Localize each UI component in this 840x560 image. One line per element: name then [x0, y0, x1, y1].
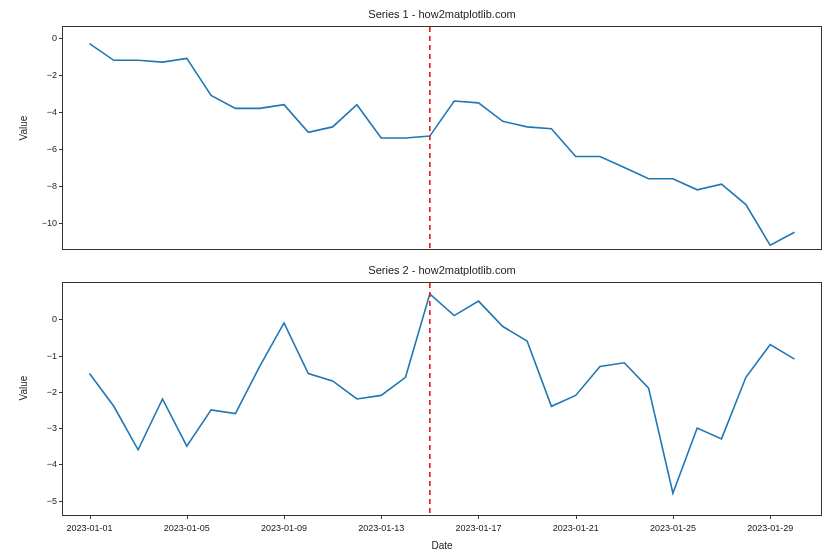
y-tick-label: −2 [47, 387, 57, 397]
y-tick-label: −6 [47, 144, 57, 154]
x-tick-label: 2023-01-13 [358, 523, 404, 533]
chart1-ylabel: Value [18, 127, 29, 141]
y-tick-label: −1 [47, 351, 57, 361]
chart2-ylabel: Value [18, 387, 29, 401]
x-axis-label: Date [62, 540, 822, 551]
figure: Series 1 - how2matplotlib.com Value 0−2−… [0, 0, 840, 560]
y-tick-label: −4 [47, 459, 57, 469]
x-tick-label: 2023-01-21 [553, 523, 599, 533]
x-tick-label: 2023-01-01 [66, 523, 112, 533]
chart1-title: Series 1 - how2matplotlib.com [62, 8, 822, 20]
chart2-axes: 0−1−2−3−4−52023-01-012023-01-052023-01-0… [62, 282, 822, 516]
y-tick-label: −4 [47, 107, 57, 117]
x-tick-label: 2023-01-09 [261, 523, 307, 533]
y-tick-label: 0 [52, 314, 57, 324]
chart1-axes: 0−2−4−6−8−10 [62, 26, 822, 250]
y-tick-label: −10 [42, 218, 57, 228]
x-tick-label: 2023-01-17 [455, 523, 501, 533]
chart2-title: Series 2 - how2matplotlib.com [62, 264, 822, 276]
y-tick-label: −3 [47, 423, 57, 433]
y-tick-label: −8 [47, 181, 57, 191]
y-tick-label: −5 [47, 496, 57, 506]
y-tick-label: 0 [52, 33, 57, 43]
x-tick-label: 2023-01-05 [164, 523, 210, 533]
y-tick-label: −2 [47, 70, 57, 80]
x-tick-label: 2023-01-25 [650, 523, 696, 533]
x-tick-label: 2023-01-29 [747, 523, 793, 533]
